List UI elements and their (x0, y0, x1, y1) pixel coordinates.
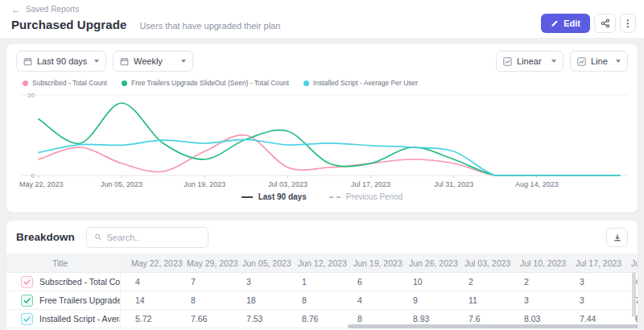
svg-text:Jul 31, 2023: Jul 31, 2023 (434, 180, 473, 188)
svg-text:0: 0 (31, 172, 35, 179)
chart-line[interactable] (39, 139, 620, 175)
scale-dropdown[interactable]: Linear (496, 51, 564, 72)
table-header-row: TitleMay 22, 2023May 29, 2023Jun 05, 202… (6, 254, 638, 273)
cell-value: 9 (398, 295, 454, 305)
cell-value: 3 (565, 295, 621, 305)
series-legend-item[interactable]: Free Trailers Upgrade SlideOut (Seen) - … (122, 79, 289, 87)
current-period-toggle[interactable]: Last 90 days (242, 192, 307, 201)
column-header-date: May 22, 2023 (121, 258, 176, 268)
series-legend-item[interactable]: Subscribed - Total Count (23, 79, 107, 87)
column-header-date: Jul 24, 2023 (621, 258, 638, 268)
series-color-dot (122, 80, 127, 86)
breakdown-row[interactable]: Subscribed - Total Count47316102234 (6, 273, 638, 291)
series-legend-item[interactable]: Installed Script - Average Per User (303, 79, 418, 87)
cell-value: 8.76 (287, 314, 343, 324)
column-header-date: Jul 17, 2023 (565, 258, 621, 268)
breadcrumb[interactable]: ← Saved Reports (11, 5, 633, 14)
cell-value: 3 (232, 277, 287, 287)
row-checkbox[interactable] (21, 295, 33, 307)
cell-value: 4 (121, 277, 176, 287)
trend-chart-icon (503, 57, 512, 66)
cell-value: 8.03 (510, 314, 565, 324)
series-color-dot (303, 80, 309, 86)
download-icon (613, 233, 622, 242)
cell-value: 6 (343, 277, 398, 287)
cell-value: 7.66 (176, 314, 232, 324)
cell-value: 8.93 (398, 314, 454, 324)
granularity-value: Weekly (134, 56, 176, 66)
breakdown-search[interactable] (86, 227, 208, 248)
chevron-down-icon (551, 60, 556, 63)
cell-value: 10 (398, 277, 454, 287)
svg-text:Jun 05, 2023: Jun 05, 2023 (101, 180, 142, 188)
previous-period-toggle[interactable]: Previous Period (329, 192, 403, 201)
breakdown-card: Breakdown TitleMay 22, 2023May 29, 2023J… (6, 221, 638, 330)
line-chart[interactable]: 200May 22, 2023Jun 05, 2023Jun 19, 2023J… (16, 89, 628, 192)
svg-text:May 22, 2023: May 22, 2023 (19, 180, 64, 188)
svg-text:Aug 14, 2023: Aug 14, 2023 (515, 180, 559, 188)
row-label: Subscribed - Total Count (39, 277, 120, 287)
granularity-dropdown[interactable]: Weekly (113, 51, 193, 72)
chart-type-dropdown[interactable]: Line (570, 51, 628, 72)
column-header-title: Title (6, 254, 121, 272)
series-legend-label: Installed Script - Average Per User (313, 79, 418, 87)
series-legend-label: Free Trailers Upgrade SlideOut (Seen) - … (131, 79, 289, 87)
svg-text:Jul 17, 2023: Jul 17, 2023 (351, 180, 390, 188)
series-legend-label: Subscribed - Total Count (32, 79, 107, 87)
breadcrumb-label[interactable]: Saved Reports (26, 5, 79, 14)
svg-text:20: 20 (27, 92, 35, 99)
column-header-date: Jul 03, 2023 (454, 258, 510, 268)
svg-text:Jun 19, 2023: Jun 19, 2023 (184, 180, 225, 188)
breakdown-table: TitleMay 22, 2023May 29, 2023Jun 05, 202… (6, 254, 638, 328)
horizontal-scrollbar-thumb[interactable] (348, 324, 638, 328)
search-icon (94, 233, 102, 241)
column-header-date: Jun 26, 2023 (398, 258, 454, 268)
pencil-icon (551, 19, 559, 27)
cell-value: 7 (176, 277, 232, 287)
page-title: Purchased Upgrade (11, 18, 126, 31)
column-header-date: Jul 10, 2023 (510, 258, 565, 268)
chart-type-value: Line (591, 56, 611, 66)
cell-value: 18 (232, 295, 287, 305)
cell-value: 3 (565, 277, 621, 287)
date-range-dropdown[interactable]: Last 90 days (16, 51, 106, 72)
chart-line[interactable] (39, 135, 620, 175)
cell-value: 3 (510, 295, 565, 305)
report-body: Last 90 days Weekly Linear (0, 38, 644, 330)
share-button[interactable] (594, 14, 616, 33)
previous-period-label: Previous Period (346, 192, 403, 201)
check-icon (23, 278, 31, 286)
cell-value: 7.44 (565, 314, 621, 324)
back-arrow-icon[interactable]: ← (11, 6, 21, 14)
cell-value: 8 (287, 295, 343, 305)
download-button[interactable] (606, 228, 628, 247)
cell-value: 5.72 (121, 314, 176, 324)
edit-button[interactable]: Edit (541, 14, 590, 33)
breakdown-row[interactable]: Free Trailers Upgrade SlideOut ...148188… (6, 291, 638, 310)
svg-text:Jul 03, 2023: Jul 03, 2023 (268, 180, 308, 188)
cell-value: 2 (454, 277, 510, 287)
chevron-down-icon (181, 60, 186, 63)
row-checkbox[interactable] (21, 276, 33, 288)
series-legend: Subscribed - Total CountFree Trailers Up… (23, 79, 628, 87)
vertical-scrollbar-thumb[interactable] (632, 272, 636, 317)
calendar-icon (23, 57, 32, 66)
cell-value: 8 (343, 314, 398, 324)
row-label: Free Trailers Upgrade SlideOut ... (39, 295, 120, 305)
breakdown-title: Breakdown (16, 231, 75, 243)
solid-line-swatch (242, 196, 253, 198)
cell-value: 7.6 (454, 314, 510, 324)
date-range-value: Last 90 days (37, 56, 89, 66)
more-options-button[interactable]: ⋮ (620, 14, 636, 33)
cell-value: 4 (343, 295, 398, 305)
edit-button-label: Edit (564, 19, 580, 28)
share-icon (601, 19, 610, 28)
row-label: Installed Script - Average Per U... (39, 314, 120, 324)
column-header-date: May 29, 2023 (176, 258, 232, 268)
column-header-date: Jun 12, 2023 (287, 258, 343, 268)
check-icon (23, 297, 31, 304)
search-input[interactable] (106, 233, 200, 242)
page-subtitle: Users that have upgraded their plan (139, 21, 280, 31)
row-checkbox[interactable] (21, 313, 33, 325)
cell-value: 14 (121, 295, 176, 305)
